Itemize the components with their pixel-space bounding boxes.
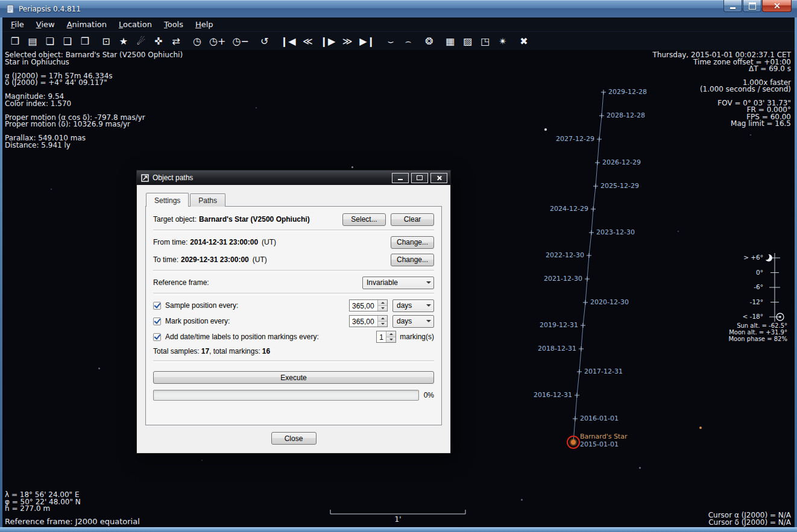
menu-location[interactable]: Location bbox=[113, 18, 158, 31]
date-labels-checkbox[interactable] bbox=[153, 333, 161, 341]
fast-forward-icon[interactable]: ≫ bbox=[342, 37, 353, 46]
reference-frame-value: Invariable bbox=[367, 278, 423, 287]
dialog-titlebar[interactable]: Object paths bbox=[137, 171, 450, 185]
clock-minus-icon[interactable]: ◷− bbox=[232, 37, 248, 46]
selected-object-line: δ (J2000) = +4° 44' 09.117" bbox=[5, 80, 183, 87]
check-icon bbox=[154, 317, 160, 324]
mark-interval-spinner[interactable]: 365,00 bbox=[349, 315, 388, 327]
dialog-close-button[interactable] bbox=[430, 173, 447, 183]
maximize-button[interactable] bbox=[743, 0, 761, 12]
favorites-star-icon[interactable]: ★ bbox=[118, 37, 129, 46]
curve-down-icon[interactable]: ⌣ bbox=[385, 37, 396, 46]
target-object-row: Target object: Barnard's Star (V2500 Oph… bbox=[153, 213, 434, 226]
clock-plus-icon[interactable]: ◷+ bbox=[209, 37, 225, 46]
menu-tools[interactable]: Tools bbox=[158, 18, 189, 31]
menu-view[interactable]: View bbox=[30, 18, 61, 31]
spinner-up-button[interactable] bbox=[386, 331, 395, 337]
mark-interval-value[interactable]: 365,00 bbox=[350, 316, 377, 327]
window-bottom-border bbox=[0, 527, 797, 532]
curve-up-icon[interactable]: ⌢ bbox=[403, 37, 414, 46]
sample-position-label: Sample position every: bbox=[165, 301, 238, 310]
observer-location-info: λ = 18° 56' 24.00" Eφ = 50° 22' 48.00" N… bbox=[5, 492, 81, 513]
maximize-icon bbox=[749, 2, 756, 10]
play-pause-icon[interactable]: ❙▶ bbox=[320, 37, 335, 46]
speed-line: (1.000 seconds / second) bbox=[653, 86, 791, 93]
swap-view-icon[interactable]: ⇄ bbox=[171, 37, 181, 46]
selected-object-line: Star in Ophiuchus bbox=[5, 59, 183, 66]
chart-icon[interactable]: ▨ bbox=[462, 37, 473, 46]
object-paths-dialog: Object paths Settings Paths Target objec… bbox=[136, 170, 451, 454]
selected-object-line: Color index: 1.570 bbox=[5, 101, 183, 108]
location-line: h = 277.0 m bbox=[5, 505, 81, 513]
chevron-down-icon bbox=[423, 316, 433, 327]
object-paths-icon[interactable]: ◳ bbox=[480, 37, 491, 46]
change-from-button[interactable]: Change... bbox=[391, 236, 434, 249]
skip-to-end-icon[interactable]: ▶❙ bbox=[359, 37, 375, 46]
spinner-down-button[interactable] bbox=[386, 337, 395, 343]
compass-icon[interactable]: ❂ bbox=[424, 37, 435, 46]
labels-interval-spinner[interactable]: 1 bbox=[376, 331, 396, 343]
sample-interval-spinner[interactable]: 365,00 bbox=[349, 299, 388, 311]
sample-unit-value: days bbox=[397, 301, 423, 310]
sample-unit-select[interactable]: days bbox=[392, 299, 434, 312]
view-block: FOV = 0° 03' 31.73"FR = 0.000°FPS = 60.0… bbox=[653, 100, 791, 128]
dialog-minimize-button[interactable] bbox=[392, 173, 409, 183]
tab-paths[interactable]: Paths bbox=[190, 193, 225, 207]
comet-icon[interactable]: ☄ bbox=[136, 37, 146, 46]
dialog-close-action-button[interactable]: Close bbox=[271, 432, 317, 445]
menu-help[interactable]: Help bbox=[189, 18, 219, 31]
star-catalog-icon[interactable]: ✴ bbox=[497, 37, 508, 46]
clock-icon[interactable]: ◷ bbox=[192, 37, 203, 46]
select-button[interactable]: Select... bbox=[342, 213, 386, 226]
change-to-button[interactable]: Change... bbox=[391, 254, 434, 266]
spinner-down-button[interactable] bbox=[378, 306, 387, 311]
execute-button[interactable]: Execute bbox=[153, 371, 434, 384]
dialog-maximize-button[interactable] bbox=[411, 173, 428, 183]
mark-unit-select[interactable]: days bbox=[392, 315, 434, 328]
menu-file[interactable]: File bbox=[5, 18, 30, 31]
sky-view[interactable]: 2029-12-282028-12-282027-12-292026-12-29… bbox=[2, 50, 795, 527]
tab-settings[interactable]: Settings bbox=[146, 193, 189, 207]
sample-position-checkbox[interactable] bbox=[153, 302, 161, 310]
rewind-icon[interactable]: ≪ bbox=[302, 37, 313, 46]
dialog-body: Settings Paths Target object: Barnard's … bbox=[137, 185, 450, 446]
close-view-icon[interactable]: ✖ bbox=[518, 37, 529, 46]
clear-button[interactable]: Clear bbox=[391, 213, 434, 226]
titlebar[interactable]: Periapsis 0.4.811 bbox=[0, 0, 797, 17]
fit-view-icon[interactable]: ⊡ bbox=[101, 37, 112, 46]
grid-icon[interactable]: ▦ bbox=[445, 37, 456, 46]
barnards-star-marker[interactable] bbox=[571, 440, 576, 445]
save-file-icon[interactable]: ▤ bbox=[27, 37, 38, 46]
mark-position-checkbox[interactable] bbox=[153, 318, 161, 325]
labels-interval-value[interactable]: 1 bbox=[377, 331, 386, 342]
check-icon bbox=[154, 333, 160, 340]
sample-interval-value[interactable]: 365,00 bbox=[350, 300, 377, 311]
separator bbox=[153, 270, 434, 272]
to-time-row: To time: 2029-12-31 23:00:00 (UT) Change… bbox=[153, 253, 434, 266]
tab-bar: Settings Paths bbox=[146, 193, 442, 207]
open-file-icon[interactable]: ❐ bbox=[10, 37, 20, 46]
menu-animation[interactable]: Animation bbox=[61, 18, 113, 31]
cursor-info: Cursor α (J2000) = N/ACursor δ (J2000) =… bbox=[708, 512, 791, 526]
spinner-up-button[interactable] bbox=[378, 300, 387, 306]
export-document-icon[interactable]: ❒ bbox=[80, 37, 90, 46]
totals-markings: 16 bbox=[262, 347, 270, 355]
skip-to-start-icon[interactable]: ❙◀ bbox=[280, 37, 296, 46]
altitude-scale bbox=[763, 253, 784, 322]
minimize-button[interactable] bbox=[723, 0, 742, 12]
reference-frame-label: Reference frame: J2000 equatorial bbox=[5, 518, 140, 526]
screenshot-icon[interactable]: ❑ bbox=[62, 37, 73, 46]
pan-view-icon[interactable]: ✜ bbox=[153, 37, 164, 46]
reset-time-icon[interactable]: ↺ bbox=[259, 37, 270, 46]
close-button[interactable] bbox=[762, 0, 792, 12]
selected-object-line: Distance: 5.941 ly bbox=[5, 142, 183, 149]
sun-moon-line: Sun alt. = -62.5° bbox=[728, 322, 787, 329]
spinner-up-button[interactable] bbox=[378, 316, 387, 322]
spinner-down-button[interactable] bbox=[378, 322, 387, 327]
new-document-icon[interactable]: ❏ bbox=[45, 37, 55, 46]
app-window: Periapsis 0.4.811 FileViewAnimationLocat… bbox=[0, 0, 797, 532]
reference-frame-label: Reference frame: bbox=[153, 278, 209, 287]
selected-object-info: Selected object: Barnard's Star (V2500 O… bbox=[5, 52, 183, 149]
reference-frame-select[interactable]: Invariable bbox=[362, 277, 434, 289]
progress-bar bbox=[153, 390, 419, 401]
